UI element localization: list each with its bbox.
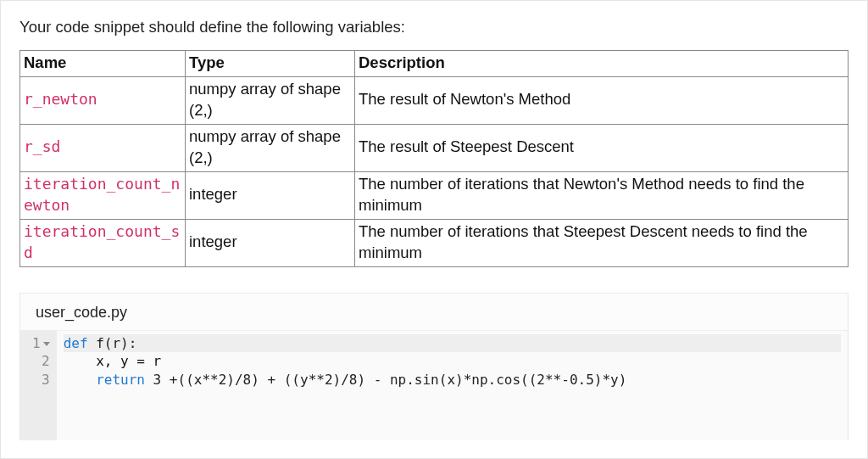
table-row: iteration_count_newton integer The numbe… [20, 171, 849, 219]
variables-table: Name Type Description r_newton numpy arr… [19, 50, 849, 267]
line-number: 1 [32, 334, 50, 353]
var-desc-cell: The result of Steepest Descent [355, 124, 849, 171]
code-body: 1 2 3 def f(r): x, y = r return 3 +((x**… [20, 331, 848, 440]
var-name: iteration_count_newton [24, 175, 180, 214]
page-container: Your code snippet should define the foll… [0, 0, 868, 459]
var-name: iteration_count_sd [24, 222, 180, 261]
var-desc-cell: The result of Newton's Method [355, 76, 849, 124]
code-content[interactable]: def f(r): x, y = r return 3 +((x**2)/8) … [57, 331, 848, 440]
line-number-gutter: 1 2 3 [20, 331, 57, 440]
code-line: def f(r): [64, 334, 841, 353]
var-type-cell: integer [186, 171, 355, 219]
var-desc-cell: The number of iterations that Newton's M… [355, 171, 849, 219]
table-row: iteration_count_sd integer The number of… [20, 219, 849, 266]
table-header-row: Name Type Description [20, 51, 849, 77]
table-row: r_newton numpy array of shape (2,) The r… [20, 76, 849, 124]
fold-icon[interactable] [43, 342, 50, 346]
line-number: 2 [32, 352, 50, 371]
code-line: return 3 +((x**2)/8) + ((y**2)/8) - np.s… [64, 371, 841, 389]
line-number: 3 [32, 371, 50, 389]
code-editor[interactable]: user_code.py 1 2 3 def f(r): x, y = r re… [19, 293, 849, 440]
var-type-cell: numpy array of shape (2,) [186, 76, 355, 124]
var-name-cell: iteration_count_newton [20, 171, 186, 219]
col-header-desc: Description [355, 51, 849, 77]
var-name: r_newton [24, 90, 97, 108]
var-name-cell: r_newton [20, 76, 186, 124]
col-header-name: Name [20, 51, 186, 77]
var-type-cell: integer [186, 219, 355, 266]
code-filename: user_code.py [20, 294, 848, 331]
table-row: r_sd numpy array of shape (2,) The resul… [20, 124, 849, 171]
intro-text: Your code snippet should define the foll… [19, 18, 849, 36]
var-name: r_sd [24, 137, 60, 155]
col-header-type: Type [186, 51, 355, 77]
var-name-cell: iteration_count_sd [20, 219, 186, 266]
var-name-cell: r_sd [20, 124, 186, 171]
var-desc-cell: The number of iterations that Steepest D… [355, 219, 849, 266]
code-line: x, y = r [64, 352, 841, 371]
var-type-cell: numpy array of shape (2,) [186, 124, 355, 171]
